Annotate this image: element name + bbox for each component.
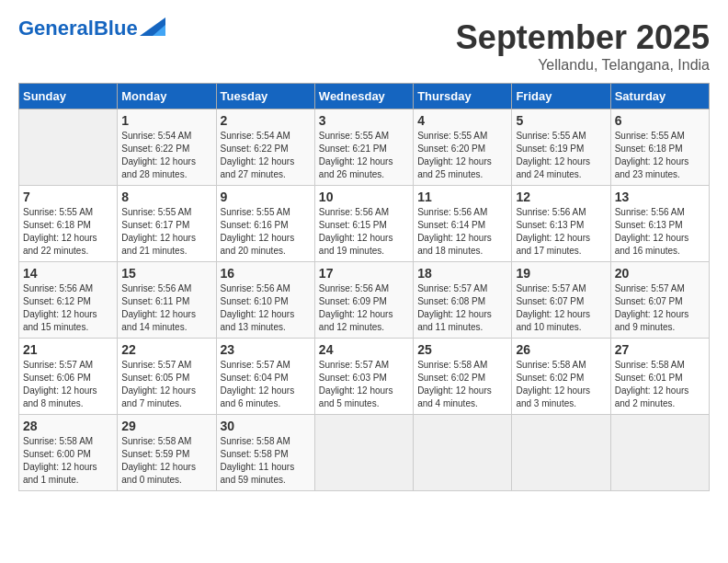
day-number: 17 (319, 266, 409, 281)
day-cell: 6Sunrise: 5:55 AM Sunset: 6:18 PM Daylig… (610, 109, 709, 186)
day-info: Sunrise: 5:54 AM Sunset: 6:22 PM Dayligh… (121, 130, 211, 181)
day-number: 29 (121, 419, 211, 433)
day-info: Sunrise: 5:57 AM Sunset: 6:04 PM Dayligh… (221, 359, 311, 410)
day-cell: 14Sunrise: 5:56 AM Sunset: 6:12 PM Dayli… (19, 262, 118, 339)
col-header-wednesday: Wednesday (314, 84, 413, 109)
day-cell: 25Sunrise: 5:58 AM Sunset: 6:02 PM Dayli… (414, 339, 512, 415)
col-header-thursday: Thursday (414, 84, 512, 109)
calendar-table: SundayMondayTuesdayWednesdayThursdayFrid… (18, 83, 710, 491)
day-cell (610, 415, 709, 491)
day-cell: 15Sunrise: 5:56 AM Sunset: 6:11 PM Dayli… (118, 262, 216, 339)
logo-text: GeneralBlue (18, 18, 138, 39)
day-number: 22 (121, 342, 211, 357)
day-number: 14 (23, 266, 113, 281)
day-number: 30 (221, 419, 311, 433)
day-number: 3 (319, 113, 409, 128)
day-info: Sunrise: 5:58 AM Sunset: 6:02 PM Dayligh… (417, 359, 507, 410)
day-cell: 11Sunrise: 5:56 AM Sunset: 6:14 PM Dayli… (414, 186, 512, 262)
day-number: 1 (121, 113, 211, 128)
header-row: SundayMondayTuesdayWednesdayThursdayFrid… (19, 84, 710, 109)
day-info: Sunrise: 5:56 AM Sunset: 6:14 PM Dayligh… (417, 206, 507, 258)
day-info: Sunrise: 5:57 AM Sunset: 6:06 PM Dayligh… (23, 359, 113, 410)
day-number: 16 (221, 266, 311, 281)
day-cell: 4Sunrise: 5:55 AM Sunset: 6:20 PM Daylig… (414, 109, 512, 186)
day-info: Sunrise: 5:58 AM Sunset: 6:00 PM Dayligh… (23, 435, 113, 487)
col-header-friday: Friday (512, 84, 610, 109)
day-cell: 27Sunrise: 5:58 AM Sunset: 6:01 PM Dayli… (610, 339, 709, 415)
day-cell (19, 109, 118, 186)
day-number: 23 (221, 342, 311, 357)
logo: GeneralBlue (18, 18, 165, 39)
week-row-5: 28Sunrise: 5:58 AM Sunset: 6:00 PM Dayli… (19, 415, 710, 491)
day-cell: 9Sunrise: 5:55 AM Sunset: 6:16 PM Daylig… (216, 186, 314, 262)
day-number: 5 (516, 113, 606, 128)
page-header: GeneralBlue September 2025 Yellandu, Tel… (18, 18, 710, 74)
day-cell: 30Sunrise: 5:58 AM Sunset: 5:58 PM Dayli… (216, 415, 314, 491)
day-cell: 23Sunrise: 5:57 AM Sunset: 6:04 PM Dayli… (216, 339, 314, 415)
day-cell: 12Sunrise: 5:56 AM Sunset: 6:13 PM Dayli… (512, 186, 610, 262)
day-info: Sunrise: 5:57 AM Sunset: 6:05 PM Dayligh… (121, 359, 211, 410)
logo-icon (140, 17, 165, 36)
day-number: 10 (319, 190, 409, 204)
day-number: 8 (121, 190, 211, 204)
day-cell (512, 415, 610, 491)
day-number: 6 (615, 113, 705, 128)
day-cell: 10Sunrise: 5:56 AM Sunset: 6:15 PM Dayli… (314, 186, 413, 262)
day-info: Sunrise: 5:55 AM Sunset: 6:16 PM Dayligh… (221, 206, 311, 258)
col-header-tuesday: Tuesday (216, 84, 314, 109)
week-row-1: 1Sunrise: 5:54 AM Sunset: 6:22 PM Daylig… (19, 109, 710, 186)
day-number: 12 (516, 190, 606, 204)
day-info: Sunrise: 5:58 AM Sunset: 6:02 PM Dayligh… (516, 359, 606, 410)
day-number: 9 (221, 190, 311, 204)
day-info: Sunrise: 5:57 AM Sunset: 6:07 PM Dayligh… (615, 282, 705, 334)
day-info: Sunrise: 5:55 AM Sunset: 6:20 PM Dayligh… (417, 130, 507, 181)
day-number: 2 (221, 113, 311, 128)
day-number: 4 (417, 113, 507, 128)
day-info: Sunrise: 5:58 AM Sunset: 5:58 PM Dayligh… (221, 435, 311, 487)
day-cell: 2Sunrise: 5:54 AM Sunset: 6:22 PM Daylig… (216, 109, 314, 186)
day-cell: 24Sunrise: 5:57 AM Sunset: 6:03 PM Dayli… (314, 339, 413, 415)
day-number: 21 (23, 342, 113, 357)
day-cell: 18Sunrise: 5:57 AM Sunset: 6:08 PM Dayli… (414, 262, 512, 339)
day-cell: 13Sunrise: 5:56 AM Sunset: 6:13 PM Dayli… (610, 186, 709, 262)
day-cell: 29Sunrise: 5:58 AM Sunset: 5:59 PM Dayli… (118, 415, 216, 491)
day-info: Sunrise: 5:58 AM Sunset: 5:59 PM Dayligh… (121, 435, 211, 487)
day-info: Sunrise: 5:56 AM Sunset: 6:10 PM Dayligh… (221, 282, 311, 334)
day-number: 19 (516, 266, 606, 281)
day-cell: 1Sunrise: 5:54 AM Sunset: 6:22 PM Daylig… (118, 109, 216, 186)
day-info: Sunrise: 5:55 AM Sunset: 6:18 PM Dayligh… (615, 130, 705, 181)
day-number: 24 (319, 342, 409, 357)
day-cell: 26Sunrise: 5:58 AM Sunset: 6:02 PM Dayli… (512, 339, 610, 415)
day-info: Sunrise: 5:55 AM Sunset: 6:21 PM Dayligh… (319, 130, 409, 181)
day-cell (414, 415, 512, 491)
week-row-4: 21Sunrise: 5:57 AM Sunset: 6:06 PM Dayli… (19, 339, 710, 415)
day-info: Sunrise: 5:55 AM Sunset: 6:17 PM Dayligh… (121, 206, 211, 258)
month-title: September 2025 (456, 18, 710, 57)
day-info: Sunrise: 5:56 AM Sunset: 6:11 PM Dayligh… (121, 282, 211, 334)
title-block: September 2025 Yellandu, Telangana, Indi… (456, 18, 710, 74)
logo-blue: Blue (94, 17, 138, 40)
day-info: Sunrise: 5:57 AM Sunset: 6:08 PM Dayligh… (417, 282, 507, 334)
week-row-2: 7Sunrise: 5:55 AM Sunset: 6:18 PM Daylig… (19, 186, 710, 262)
day-info: Sunrise: 5:56 AM Sunset: 6:12 PM Dayligh… (23, 282, 113, 334)
col-header-sunday: Sunday (19, 84, 118, 109)
day-cell: 28Sunrise: 5:58 AM Sunset: 6:00 PM Dayli… (19, 415, 118, 491)
day-info: Sunrise: 5:55 AM Sunset: 6:19 PM Dayligh… (516, 130, 606, 181)
day-info: Sunrise: 5:54 AM Sunset: 6:22 PM Dayligh… (221, 130, 311, 181)
day-info: Sunrise: 5:56 AM Sunset: 6:15 PM Dayligh… (319, 206, 409, 258)
logo-general: General (18, 17, 94, 40)
day-cell: 7Sunrise: 5:55 AM Sunset: 6:18 PM Daylig… (19, 186, 118, 262)
day-cell: 5Sunrise: 5:55 AM Sunset: 6:19 PM Daylig… (512, 109, 610, 186)
day-cell: 20Sunrise: 5:57 AM Sunset: 6:07 PM Dayli… (610, 262, 709, 339)
day-number: 26 (516, 342, 606, 357)
day-number: 18 (417, 266, 507, 281)
day-info: Sunrise: 5:56 AM Sunset: 6:09 PM Dayligh… (319, 282, 409, 334)
location-subtitle: Yellandu, Telangana, India (456, 57, 710, 74)
col-header-saturday: Saturday (610, 84, 709, 109)
day-number: 7 (23, 190, 113, 204)
day-info: Sunrise: 5:57 AM Sunset: 6:07 PM Dayligh… (516, 282, 606, 334)
day-number: 28 (23, 419, 113, 433)
day-number: 11 (417, 190, 507, 204)
col-header-monday: Monday (118, 84, 216, 109)
day-cell: 16Sunrise: 5:56 AM Sunset: 6:10 PM Dayli… (216, 262, 314, 339)
